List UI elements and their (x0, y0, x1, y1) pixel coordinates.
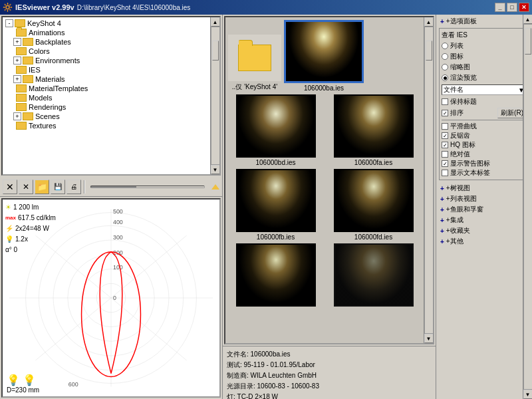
smooth-curves-checkbox[interactable]: 平滑曲线 (442, 122, 527, 131)
tree-item-scenes[interactable]: + Scenes (4, 112, 209, 121)
tree-item-materialtemplates[interactable]: MaterialTemplates (4, 84, 209, 93)
tree-label-environments: Environments (35, 57, 80, 65)
right-scroll-thumb[interactable] (525, 28, 531, 55)
thumb-extra2[interactable] (326, 243, 421, 308)
thumb-label-106000fa: 106000fa.ies (354, 159, 392, 166)
thumb-106000ba[interactable]: 106000ba.ies (284, 20, 364, 92)
list-view-plus: + (440, 196, 444, 203)
tree-toggle-backplates[interactable]: + (13, 38, 21, 46)
tree-scrollbar[interactable]: ▲ ▼ (210, 17, 219, 174)
hq-icons-checkbox[interactable]: HQ 图标 (442, 140, 527, 150)
close-button[interactable]: ✕ (519, 3, 529, 12)
tree-root[interactable]: - KeyShot 4 (4, 19, 209, 28)
tree-item-animations[interactable]: Animations (4, 28, 209, 37)
fisheye-plus: + (440, 206, 444, 213)
thumb-label-106000fb: 106000fb.ies (257, 233, 295, 241)
scroll-thumb[interactable] (212, 41, 219, 61)
text-labels-checkbox[interactable]: 显示文本标签 (442, 168, 527, 178)
radio-list[interactable]: 列表 (442, 41, 527, 51)
toolbar-slider[interactable] (90, 186, 205, 188)
other-header[interactable]: + +其他 (439, 236, 529, 247)
scroll-up-btn[interactable]: ▲ (211, 17, 220, 27)
thumb-label-106000bd: 106000bd.ies (255, 159, 295, 166)
toolbar-btn-2[interactable]: ✕ (19, 180, 33, 194)
radio-label-list: 列表 (450, 41, 464, 51)
right-edge-scrollbar[interactable]: ▲ ▼ (523, 15, 532, 399)
toolbar-btn-1[interactable]: ✕ (3, 180, 17, 194)
right-scroll-track[interactable] (523, 24, 533, 390)
absolute-label: 绝对值 (450, 150, 470, 159)
right-scroll-up[interactable]: ▲ (523, 15, 533, 24)
polar-section: 0 100 200 300 400 500 600 ☀ 1 200 lm (1, 198, 221, 398)
tree-item-textures[interactable]: Textures (4, 121, 209, 130)
thumb-scroll-up[interactable]: ▲ (424, 17, 434, 27)
antialias-checkbox[interactable]: 反锯齿 (442, 131, 527, 140)
scroll-down-btn[interactable]: ▼ (211, 165, 220, 174)
tree-toggle-environments[interactable]: + (13, 57, 21, 65)
thumb-scroll-track[interactable] (424, 27, 434, 334)
collections-label: +集成 (446, 215, 464, 225)
right-scroll-down[interactable]: ▼ (523, 390, 533, 399)
radio-icon[interactable]: 图标 (442, 52, 527, 61)
absolute-checkbox[interactable]: 绝对值 (442, 150, 527, 159)
keep-title-checkbox[interactable]: 保持标题 (442, 97, 527, 106)
power-value: 2x24=48 W (15, 223, 49, 234)
thumb-scrollbar[interactable]: ▲ ▼ (424, 17, 433, 343)
tree-toggle-root[interactable]: - (5, 19, 13, 27)
collections-header[interactable]: + +集成 (439, 215, 529, 225)
folder-large-icon (238, 45, 271, 71)
toolbar-btn-print[interactable]: 🖨 (66, 180, 81, 194)
tree-view-header[interactable]: + +树视图 (439, 183, 529, 194)
favorites-header[interactable]: + +收藏夹 (439, 225, 529, 236)
maximize-button[interactable]: □ (507, 3, 517, 12)
thumb-106000fd[interactable]: 106000fd.ies (326, 169, 421, 241)
tree-toggle-materials[interactable]: + (13, 75, 21, 83)
tree-toggle-scenes[interactable]: + (13, 112, 21, 120)
tree-item-models[interactable]: Models (4, 93, 209, 102)
bulb-row: 💡 💡 (7, 374, 39, 386)
keep-title-check (442, 98, 448, 105)
thumb-scroll-down[interactable]: ▼ (424, 334, 434, 343)
svg-text:0: 0 (113, 295, 116, 301)
minimize-button[interactable]: _ (495, 3, 505, 12)
tree-item-backplates[interactable]: + Backplates (4, 37, 209, 47)
sort-checkbox[interactable]: 排序 (442, 108, 496, 118)
tree-item-renderings[interactable]: Renderings (4, 102, 209, 112)
thumb-img-106000fd (334, 169, 414, 232)
thumb-light-106000fd (335, 170, 412, 231)
scroll-track[interactable] (211, 27, 220, 165)
lumens-icon: ☀ (5, 202, 11, 213)
tree-item-ies[interactable]: IES (4, 65, 209, 74)
thumb-parent-folder[interactable]: ..仅 'KeyShot 4' (228, 35, 281, 92)
absolute-check (442, 151, 448, 158)
thumb-extra1[interactable] (228, 243, 323, 308)
options-panel-header[interactable]: + +选项面板 (439, 16, 529, 27)
toolbar-divider (84, 180, 85, 194)
sort-select[interactable]: 文件名 ▼ (442, 84, 527, 95)
toolbar-indicator (211, 184, 219, 190)
thumb-scroll-thumb[interactable] (426, 41, 432, 61)
tree-item-colors[interactable]: Colors (4, 47, 209, 56)
folder-thumb-display (228, 35, 281, 81)
thumb-106000bd[interactable]: 106000bd.ies (228, 94, 323, 166)
stats-panel: ☀ 1 200 lm max 617.5 cd/klm ⚡ 2x24=48 W … (5, 202, 56, 255)
tree-section: - KeyShot 4 Animations + Backplates (1, 16, 221, 176)
parent-folder-label: ..仅 'KeyShot 4' (232, 82, 277, 92)
stat-power: ⚡ 2x24=48 W (5, 223, 56, 234)
radio-render-preview[interactable]: 渲染预览 (442, 73, 527, 82)
thumb-106000fa[interactable]: 106000fa.ies (326, 94, 421, 166)
tree-item-environments[interactable]: + Environments (4, 56, 209, 65)
thumb-106000fb[interactable]: 106000fb.ies (228, 169, 323, 241)
toolbar-btn-folder[interactable]: 📁 (35, 180, 49, 194)
tree-item-materials[interactable]: + Materials (4, 74, 209, 84)
radio-thumbnail[interactable]: 缩略图 (442, 63, 527, 72)
thumb-light-extra2 (335, 245, 412, 305)
diameter-value: D=230 mm (7, 386, 39, 394)
thumb-light-extra1 (237, 245, 315, 305)
view-radio-group: 列表 图标 缩略图 渲染预览 (442, 41, 527, 82)
toolbar-btn-save[interactable]: 💾 (51, 180, 65, 194)
warn-icons-checkbox[interactable]: 显示警告图标 (442, 159, 527, 168)
title-bar-left: 🔆 IESviewer v2.99v D:\library\KeyShot 4\… (3, 3, 190, 12)
fisheye-header[interactable]: + +鱼眼和孚窗 (439, 204, 529, 215)
list-view-header[interactable]: + +列表视图 (439, 194, 529, 204)
